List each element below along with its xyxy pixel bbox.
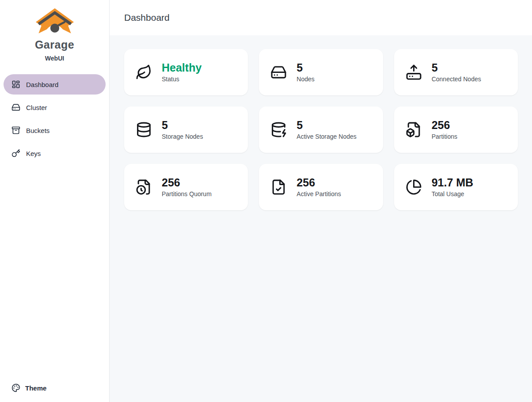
stat-card-total-usage: 91.7 MB Total Usage — [394, 164, 518, 210]
stat-value: 5 — [162, 119, 203, 131]
stat-text: 91.7 MB Total Usage — [432, 177, 473, 197]
sidebar-item-keys[interactable]: Keys — [4, 143, 106, 163]
file-check-icon — [270, 179, 287, 195]
key-icon — [11, 149, 20, 158]
stat-label: Total Usage — [432, 190, 473, 197]
stat-value: 256 — [162, 177, 212, 188]
palette-icon — [11, 383, 20, 392]
stat-label: Connected Nodes — [432, 76, 481, 83]
file-clock-icon — [136, 179, 152, 195]
stat-card-partitions-quorum: 256 Partitions Quorum — [124, 164, 248, 210]
theme-button-label: Theme — [25, 384, 46, 392]
leaf-icon — [136, 64, 152, 80]
sidebar: Garage WebUI Dashboard Cluster Buckets — [0, 0, 110, 402]
database-zap-icon — [270, 121, 287, 138]
main-area: Dashboard Healthy Status — [110, 0, 532, 402]
sidebar-item-label: Dashboard — [26, 81, 58, 88]
stat-card-active-partitions: 256 Active Partitions — [259, 164, 383, 210]
sidebar-menu: Dashboard Cluster Buckets Keys — [4, 74, 106, 381]
stat-label: Active Partitions — [296, 190, 341, 197]
page-title: Dashboard — [124, 12, 170, 23]
stat-value: Healthy — [162, 62, 201, 73]
stat-value: 256 — [432, 119, 457, 131]
theme-button[interactable]: Theme — [4, 381, 106, 394]
sidebar-item-cluster[interactable]: Cluster — [4, 97, 106, 118]
stat-card-connected-nodes: 5 Connected Nodes — [394, 49, 518, 95]
stat-card-status: Healthy Status — [124, 49, 248, 95]
stat-card-storage-nodes: 5 Storage Nodes — [124, 106, 248, 153]
layout-dashboard-icon — [11, 80, 20, 89]
logo-subtitle: WebUI — [4, 55, 106, 62]
stats-grid: Healthy Status 5 Nodes — [124, 49, 518, 210]
sidebar-item-label: Cluster — [26, 104, 47, 111]
stat-label: Partitions — [432, 133, 457, 140]
stat-value: 5 — [296, 119, 356, 131]
stat-value: 5 — [296, 62, 314, 73]
sidebar-item-label: Keys — [26, 150, 41, 157]
archive-icon — [11, 126, 20, 135]
sidebar-item-buckets[interactable]: Buckets — [4, 120, 106, 140]
stat-text: Healthy Status — [162, 62, 201, 82]
stat-card-partitions: 256 Partitions — [394, 106, 518, 153]
pie-chart-icon — [406, 179, 422, 195]
hard-drive-upload-icon — [406, 64, 422, 80]
stat-value: 5 — [432, 62, 481, 73]
logo: Garage WebUI — [4, 6, 106, 62]
database-icon — [136, 121, 152, 138]
stat-text: 5 Active Storage Nodes — [296, 119, 356, 140]
stat-text: 5 Storage Nodes — [162, 119, 203, 140]
stat-label: Status — [162, 76, 201, 83]
topbar: Dashboard — [110, 0, 532, 35]
sidebar-item-label: Buckets — [26, 127, 49, 134]
stat-text: 5 Connected Nodes — [432, 62, 481, 82]
hard-drive-icon — [270, 64, 287, 80]
stat-label: Storage Nodes — [162, 133, 203, 140]
stat-label: Nodes — [296, 76, 314, 83]
hard-drive-icon — [11, 103, 20, 112]
file-box-icon — [406, 121, 422, 138]
stat-card-nodes: 5 Nodes — [259, 49, 383, 95]
stat-text: 256 Partitions Quorum — [162, 177, 212, 197]
stat-text: 5 Nodes — [296, 62, 314, 82]
stat-label: Active Storage Nodes — [296, 133, 356, 140]
garage-logo-icon — [34, 7, 75, 36]
stat-label: Partitions Quorum — [162, 190, 212, 197]
stat-value: 256 — [296, 177, 341, 188]
sidebar-item-dashboard[interactable]: Dashboard — [4, 74, 106, 95]
stat-value: 91.7 MB — [432, 177, 473, 188]
stat-card-active-storage-nodes: 5 Active Storage Nodes — [259, 106, 383, 153]
stat-text: 256 Active Partitions — [296, 177, 341, 197]
content: Healthy Status 5 Nodes — [110, 35, 532, 402]
stat-text: 256 Partitions — [432, 119, 457, 140]
logo-title: Garage — [4, 38, 106, 51]
